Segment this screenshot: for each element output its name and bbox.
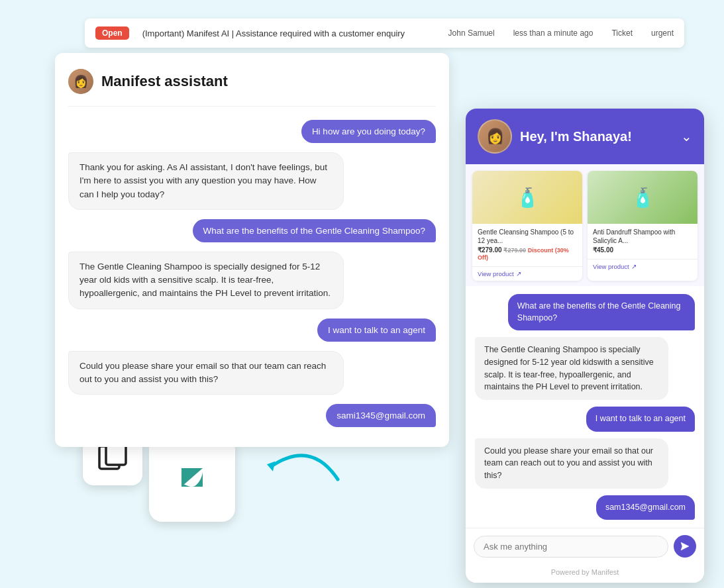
product-card-2: 🧴 Anti Dandruff Shampoo with Salicylic A… bbox=[588, 171, 698, 281]
message-5: I want to talk to an agent bbox=[68, 318, 436, 342]
ticket-type: Ticket bbox=[611, 28, 633, 38]
chat-panel: 👩 Manifest assistant Hi how are you doin… bbox=[55, 53, 449, 447]
product-image-1: 🧴 bbox=[472, 171, 582, 224]
message-1: Hi how are you doing today? bbox=[68, 120, 436, 143]
wuser-message: What are the benefits of the Gentle Clea… bbox=[508, 294, 695, 330]
widget-greeting: Hey, I'm Shanaya! bbox=[520, 129, 673, 144]
product-info-2: Anti Dandruff Shampoo with Salicylic A..… bbox=[588, 224, 698, 259]
widget-input[interactable] bbox=[474, 536, 668, 558]
wuser-message: sam1345@gmail.com bbox=[596, 495, 695, 520]
product-strip: 🧴 Gentle Cleansing Shampoo (5 to 12 yea.… bbox=[466, 164, 704, 286]
wuser-message: I want to talk to an agent bbox=[586, 407, 695, 432]
ticket-time: less than a minute ago bbox=[513, 28, 594, 38]
message-4: The Gentle Cleaning Shampoo is specially… bbox=[68, 252, 436, 309]
widget-input-area bbox=[466, 528, 704, 564]
messages-list: Hi how are you doing today? Thank you fo… bbox=[68, 120, 436, 427]
message-2: Thank you for asking. As AI assistant, I… bbox=[68, 152, 436, 210]
product-image-2: 🧴 bbox=[588, 171, 698, 224]
ticket-meta: John Samuel less than a minute ago Ticke… bbox=[448, 28, 674, 38]
deco-zendesk-icon bbox=[149, 436, 235, 522]
wassistant-message: Could you please share your email so tha… bbox=[475, 438, 668, 489]
avatar: 👩 bbox=[68, 69, 93, 94]
widget-footer: Powered by Manifest bbox=[466, 564, 704, 583]
product-info-1: Gentle Cleansing Shampoo (5 to 12 yea...… bbox=[472, 224, 582, 266]
wassistant-message: The Gentle Cleaning Shampoo is specially… bbox=[475, 337, 668, 400]
wmessage-3: I want to talk to an agent bbox=[475, 407, 695, 432]
chevron-down-icon[interactable]: ⌄ bbox=[681, 128, 692, 144]
product-price-2: ₹45.00 bbox=[593, 246, 692, 254]
user-message: What are the benefits of the Gentle Clea… bbox=[193, 219, 436, 242]
assistant-message: Could you please share your email so tha… bbox=[68, 351, 344, 395]
product-name-1: Gentle Cleansing Shampoo (5 to 12 yea... bbox=[478, 228, 577, 245]
send-button[interactable] bbox=[674, 535, 696, 558]
chat-widget: 👩 Hey, I'm Shanaya! ⌄ 🧴 Gentle Cleansing… bbox=[466, 109, 704, 583]
product-card-1: 🧴 Gentle Cleansing Shampoo (5 to 12 yea.… bbox=[472, 171, 582, 281]
wmessage-5: sam1345@gmail.com bbox=[475, 495, 695, 520]
view-product-btn-2[interactable]: View product ↗ bbox=[588, 259, 698, 273]
assistant-name: Manifest assistant bbox=[101, 73, 228, 90]
assistant-message: The Gentle Cleaning Shampoo is specially… bbox=[68, 252, 344, 309]
message-6: Could you please share your email so tha… bbox=[68, 351, 436, 395]
wmessage-2: The Gentle Cleaning Shampoo is specially… bbox=[475, 337, 695, 400]
widget-messages: What are the benefits of the Gentle Clea… bbox=[466, 286, 704, 528]
widget-avatar: 👩 bbox=[478, 119, 512, 154]
wmessage-1: What are the benefits of the Gentle Clea… bbox=[475, 294, 695, 330]
ticket-agent: John Samuel bbox=[448, 28, 495, 38]
ticket-title: (Important) Manifest AI | Assistance req… bbox=[142, 28, 435, 38]
wmessage-4: Could you please share your email so tha… bbox=[475, 438, 695, 489]
product-price-old-1: ₹279.00 bbox=[503, 247, 526, 254]
ticket-bar: Open (Important) Manifest AI | Assistanc… bbox=[85, 19, 684, 48]
message-7: sami1345@gmail.com bbox=[68, 404, 436, 427]
ticket-status-badge: Open bbox=[95, 26, 129, 40]
view-product-btn-1[interactable]: View product ↗ bbox=[472, 266, 582, 281]
message-3: What are the benefits of the Gentle Clea… bbox=[68, 219, 436, 242]
user-message: I want to talk to an agent bbox=[317, 318, 436, 342]
user-message: Hi how are you doing today? bbox=[301, 120, 436, 143]
widget-header: 👩 Hey, I'm Shanaya! ⌄ bbox=[466, 109, 704, 164]
product-name-2: Anti Dandruff Shampoo with Salicylic A..… bbox=[593, 228, 692, 245]
ticket-priority: urgent bbox=[651, 28, 674, 38]
product-price-1: ₹279.00 ₹279.00 Discount (30% Off) bbox=[478, 246, 577, 261]
chat-header: 👩 Manifest assistant bbox=[68, 69, 436, 107]
user-message: sami1345@gmail.com bbox=[326, 404, 436, 427]
assistant-message: Thank you for asking. As AI assistant, I… bbox=[68, 152, 344, 210]
assistant-avatar-img: 👩 bbox=[68, 69, 93, 94]
